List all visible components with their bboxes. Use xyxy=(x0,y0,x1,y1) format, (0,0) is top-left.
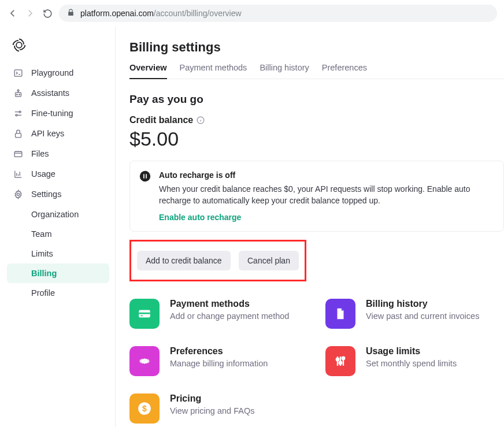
sliders-w-icon xyxy=(325,346,355,376)
card-title: Usage limits xyxy=(366,346,457,357)
billing-cards: Payment methodsAdd or change payment met… xyxy=(129,299,504,424)
openai-logo[interactable] xyxy=(12,38,27,53)
tab-billing-history[interactable]: Billing history xyxy=(260,63,309,79)
address-bar[interactable]: platform.openai.com/account/billing/over… xyxy=(59,5,497,22)
balance-amount: $5.00 xyxy=(129,128,504,150)
svg-point-4 xyxy=(16,94,17,94)
callout-text: When your credit balance reaches $0, you… xyxy=(159,183,494,207)
forward-button[interactable] xyxy=(24,8,36,19)
back-button[interactable] xyxy=(7,8,18,19)
svg-rect-16 xyxy=(139,312,150,314)
sidebar-item-usage[interactable]: Usage xyxy=(7,164,109,184)
reload-button[interactable] xyxy=(42,8,53,19)
card-title: Pricing xyxy=(170,393,254,404)
callout-title: Auto recharge is off xyxy=(159,170,494,180)
balance-label: Credit balance xyxy=(129,115,205,125)
card-icon xyxy=(129,299,160,329)
browser-toolbar: platform.openai.com/account/billing/over… xyxy=(0,0,504,27)
svg-rect-13 xyxy=(143,174,144,179)
add-to-credit-balance-button[interactable]: Add to credit balance xyxy=(137,251,231,270)
section-heading: Pay as you go xyxy=(129,93,504,106)
info-icon[interactable] xyxy=(197,116,205,124)
auto-recharge-callout: Auto recharge is off When your credit ba… xyxy=(129,161,504,232)
sidebar-item-playground[interactable]: Playground xyxy=(7,63,109,83)
sliders-icon xyxy=(13,108,23,118)
sidebar-item-assistants[interactable]: Assistants xyxy=(7,83,109,103)
tab-payment-methods[interactable]: Payment methods xyxy=(180,63,247,79)
tab-overview[interactable]: Overview xyxy=(129,63,167,79)
card-description: View past and current invoices xyxy=(366,311,479,321)
svg-point-18 xyxy=(336,358,339,360)
cancel-plan-button[interactable]: Cancel plan xyxy=(239,251,299,270)
sidebar-item-label: Settings xyxy=(31,190,61,199)
card-description: View pricing and FAQs xyxy=(170,406,254,415)
url-text: platform.openai.com/account/billing/over… xyxy=(80,9,242,18)
svg-rect-9 xyxy=(14,151,22,157)
robot-icon xyxy=(13,88,23,98)
sidebar-item-label: Assistants xyxy=(31,88,69,98)
svg-point-7 xyxy=(16,114,17,116)
svg-rect-17 xyxy=(141,315,143,316)
card-title: Billing history xyxy=(366,299,479,309)
sidebar-item-api-keys[interactable]: API keys xyxy=(7,124,109,143)
card-description: Set monthly spend limits xyxy=(366,359,457,368)
folder-icon xyxy=(13,148,23,159)
lock-icon xyxy=(13,128,23,139)
card-description: Add or change payment method xyxy=(170,311,289,321)
card-pricing[interactable]: $PricingView pricing and FAQs xyxy=(129,393,308,424)
svg-point-19 xyxy=(339,361,342,363)
card-usage-limits[interactable]: Usage limitsSet monthly spend limits xyxy=(325,346,504,376)
svg-point-0 xyxy=(16,42,22,48)
sidebar: PlaygroundAssistantsFine-tuningAPI keysF… xyxy=(0,27,116,427)
pause-icon xyxy=(139,170,151,182)
card-preferences[interactable]: PreferencesManage billing information xyxy=(129,346,308,376)
sidebar-item-label: Playground xyxy=(31,68,73,77)
sidebar-subitem-profile[interactable]: Profile xyxy=(7,283,109,303)
sidebar-subitem-billing[interactable]: Billing xyxy=(7,263,109,283)
card-billing-history[interactable]: Billing historyView past and current inv… xyxy=(325,299,504,329)
terminal-icon xyxy=(13,68,23,78)
svg-point-20 xyxy=(342,357,344,359)
svg-point-5 xyxy=(18,94,19,94)
sidebar-subitem-organization[interactable]: Organization xyxy=(7,205,109,224)
card-title: Payment methods xyxy=(170,299,289,309)
sidebar-subitem-team[interactable]: Team xyxy=(7,224,109,244)
svg-text:$: $ xyxy=(142,403,147,413)
highlighted-actions: Add to credit balance Cancel plan xyxy=(129,240,306,281)
sidebar-item-label: Fine-tuning xyxy=(31,109,73,118)
tabs: OverviewPayment methodsBilling historyPr… xyxy=(129,63,504,79)
gear-w-icon xyxy=(129,346,160,376)
gear-icon xyxy=(13,189,23,199)
dollar-icon: $ xyxy=(129,393,160,424)
card-title: Preferences xyxy=(170,346,268,357)
page-title: Billing settings xyxy=(129,40,504,55)
svg-point-2 xyxy=(17,90,19,91)
card-description: Manage billing information xyxy=(170,359,268,368)
lock-icon xyxy=(67,9,75,18)
card-payment-methods[interactable]: Payment methodsAdd or change payment met… xyxy=(129,299,308,329)
tab-preferences[interactable]: Preferences xyxy=(322,63,367,79)
sidebar-item-fine-tuning[interactable]: Fine-tuning xyxy=(7,103,109,123)
doc-icon xyxy=(325,299,355,329)
sidebar-item-label: Usage xyxy=(31,169,55,179)
main-content: Billing settings OverviewPayment methods… xyxy=(116,27,504,427)
svg-point-6 xyxy=(18,111,20,113)
sidebar-item-label: Files xyxy=(31,149,49,158)
svg-rect-8 xyxy=(15,133,21,137)
svg-rect-1 xyxy=(14,69,22,76)
sidebar-item-files[interactable]: Files xyxy=(7,144,109,164)
sidebar-subitem-limits[interactable]: Limits xyxy=(7,244,109,263)
svg-rect-14 xyxy=(146,174,147,179)
sidebar-item-settings[interactable]: Settings xyxy=(7,184,109,204)
chart-icon xyxy=(13,169,23,179)
svg-point-10 xyxy=(17,193,19,195)
svg-point-12 xyxy=(140,171,150,181)
enable-auto-recharge-link[interactable]: Enable auto recharge xyxy=(159,213,494,222)
sidebar-item-label: API keys xyxy=(31,129,64,138)
